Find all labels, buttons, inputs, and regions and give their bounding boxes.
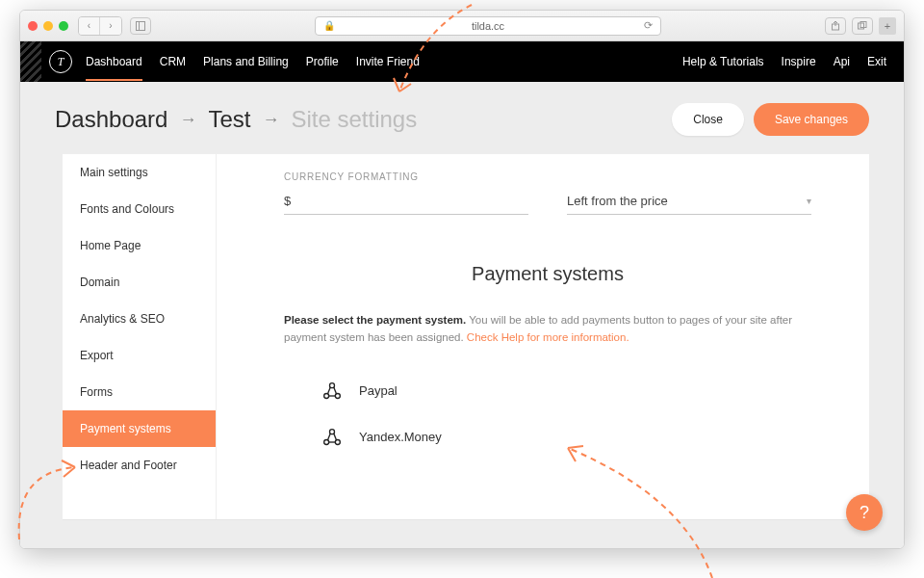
forward-button[interactable]: › [100, 17, 121, 35]
svg-point-7 [324, 393, 329, 398]
sidebar-toggle-button[interactable] [130, 17, 151, 35]
nav-plans[interactable]: Plans and Billing [203, 55, 289, 68]
svg-line-9 [327, 386, 330, 393]
brand-pattern [20, 41, 41, 82]
arrow-icon: → [262, 110, 279, 130]
settings-sidebar: Main settings Fonts and Colours Home Pag… [63, 154, 217, 519]
window-controls [28, 21, 68, 31]
address-bar[interactable]: 🔒 tilda.cc ⟳ [315, 16, 661, 36]
svg-point-13 [324, 439, 329, 444]
nav-exit[interactable]: Exit [867, 55, 886, 68]
save-button[interactable]: Save changes [754, 103, 869, 136]
page-body: Dashboard → Test → Site settings Close S… [20, 82, 904, 548]
payment-systems-heading: Payment systems [284, 263, 811, 285]
nav-api[interactable]: Api [834, 55, 850, 68]
svg-point-14 [335, 439, 340, 444]
svg-line-16 [334, 433, 337, 439]
help-link[interactable]: Check Help for more information. [467, 331, 629, 343]
sidebar-item-payment[interactable]: Payment systems [63, 410, 216, 447]
currency-symbol-input[interactable]: $ [284, 188, 528, 215]
crumb-current: Site settings [291, 106, 417, 133]
connector-icon [322, 381, 342, 401]
sidebar-item-forms[interactable]: Forms [63, 374, 216, 410]
nav-crm[interactable]: CRM [160, 55, 186, 68]
logo-icon[interactable]: T [49, 50, 72, 73]
maximize-window-icon[interactable] [59, 21, 68, 31]
close-window-icon[interactable] [28, 21, 38, 31]
minimize-window-icon[interactable] [43, 21, 53, 31]
svg-line-10 [334, 386, 337, 393]
sidebar-item-home[interactable]: Home Page [63, 227, 216, 264]
settings-content: CURRENCY FORMATTING $ Left from the pric… [217, 154, 869, 519]
payment-option-paypal[interactable]: Paypal [284, 376, 811, 422]
breadcrumb: Dashboard → Test → Site settings [55, 106, 417, 133]
reload-icon[interactable]: ⟳ [644, 19, 653, 32]
url-text: tilda.cc [472, 20, 504, 32]
crumb-project[interactable]: Test [208, 106, 250, 133]
svg-line-15 [327, 433, 330, 439]
new-tab-button[interactable]: + [879, 17, 896, 35]
top-nav: T Dashboard CRM Plans and Billing Profil… [20, 41, 904, 82]
tabs-button[interactable] [852, 17, 873, 35]
sidebar-item-header-footer[interactable]: Header and Footer [63, 447, 216, 484]
arrow-icon: → [179, 110, 196, 130]
sidebar-item-main[interactable]: Main settings [63, 154, 216, 191]
sidebar-item-export[interactable]: Export [63, 337, 216, 374]
svg-rect-0 [137, 21, 145, 30]
browser-chrome: ‹ › 🔒 tilda.cc ⟳ + [20, 11, 904, 41]
nav-profile[interactable]: Profile [306, 55, 339, 68]
nav-invite[interactable]: Invite Friend [356, 55, 420, 68]
chevron-down-icon: ▾ [807, 196, 811, 206]
help-fab[interactable]: ? [846, 494, 883, 531]
nav-back-forward: ‹ › [78, 16, 122, 36]
sidebar-item-fonts[interactable]: Fonts and Colours [63, 191, 216, 227]
currency-label: CURRENCY FORMATTING [284, 171, 811, 182]
nav-help[interactable]: Help & Tutorials [682, 55, 764, 68]
svg-point-8 [335, 393, 340, 398]
nav-dashboard[interactable]: Dashboard [86, 55, 142, 68]
sidebar-item-domain[interactable]: Domain [63, 264, 216, 301]
connector-icon [322, 428, 342, 447]
payment-description: Please select the payment system. You wi… [284, 312, 811, 347]
sidebar-item-analytics[interactable]: Analytics & SEO [63, 301, 216, 337]
share-button[interactable] [825, 17, 846, 35]
close-button[interactable]: Close [672, 103, 744, 136]
back-button[interactable]: ‹ [79, 17, 100, 35]
currency-position-select[interactable]: Left from the price ▾ [567, 188, 811, 215]
crumb-dashboard[interactable]: Dashboard [55, 106, 167, 133]
lock-icon: 🔒 [323, 20, 335, 31]
payment-option-yandex[interactable]: Yandex.Money [284, 422, 811, 468]
nav-inspire[interactable]: Inspire [782, 55, 816, 68]
